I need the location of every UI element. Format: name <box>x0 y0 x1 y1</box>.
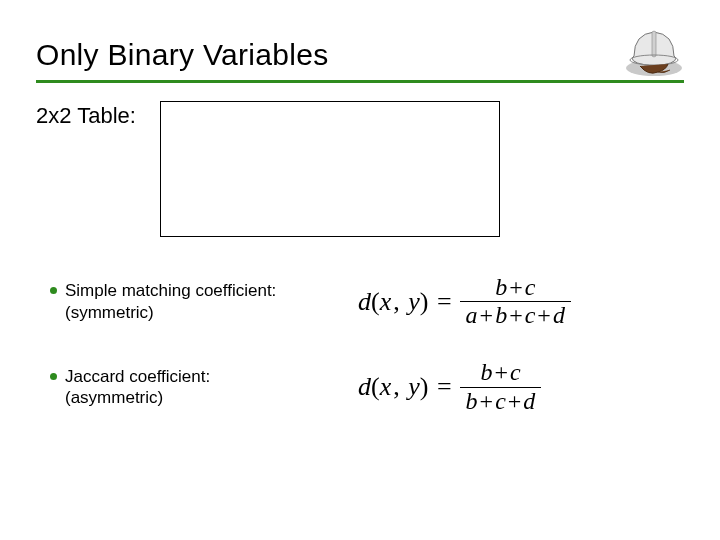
table-placeholder-box <box>160 101 500 237</box>
slide-title: Only Binary Variables <box>36 38 684 78</box>
hardhat-icon <box>618 20 690 80</box>
bullet-dot-icon <box>50 373 57 380</box>
bullet-text: Jaccard coefficient: (asymmetric) <box>50 366 330 409</box>
formula-denominator: a+b+c+d <box>460 303 571 328</box>
bullet-dot-icon <box>50 287 57 294</box>
bullet-line2: (asymmetric) <box>65 387 210 408</box>
title-underline <box>36 80 684 83</box>
formula-lhs: d(x, y) = <box>358 372 454 402</box>
formula-jaccard: d(x, y) = b+c b+c+d <box>354 358 545 415</box>
formula-fraction: b+c a+b+c+d <box>460 275 571 328</box>
bullet-line1: Jaccard coefficient: <box>65 366 210 387</box>
table-row-section: 2x2 Table: <box>36 101 684 237</box>
formula-denominator: b+c+d <box>460 389 542 414</box>
formula-fraction: b+c b+c+d <box>460 360 542 413</box>
bullet-lines: Simple matching coefficient: (symmetric) <box>65 280 276 323</box>
slide: Only Binary Variables 2x2 Table: Simple … <box>0 0 720 540</box>
formula-numerator: b+c <box>474 360 526 385</box>
bullet-text: Simple matching coefficient: (symmetric) <box>50 280 330 323</box>
formula-lhs: d(x, y) = <box>358 287 454 317</box>
formula-numerator: b+c <box>489 275 541 300</box>
bullet-lines: Jaccard coefficient: (asymmetric) <box>65 366 210 409</box>
subheading-2x2: 2x2 Table: <box>36 101 136 129</box>
bullet-simple-matching: Simple matching coefficient: (symmetric)… <box>36 273 684 330</box>
bullet-jaccard: Jaccard coefficient: (asymmetric) d(x, y… <box>36 358 684 415</box>
formula-simple-matching: d(x, y) = b+c a+b+c+d <box>354 273 575 330</box>
bullet-line2: (symmetric) <box>65 302 276 323</box>
bullet-line1: Simple matching coefficient: <box>65 280 276 301</box>
